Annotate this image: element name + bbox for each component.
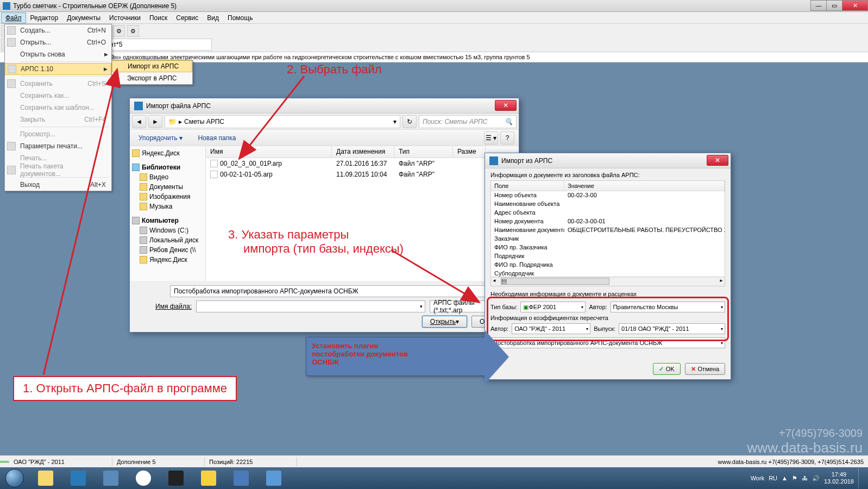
- tray-flag-icon[interactable]: ⚑: [792, 475, 797, 482]
- tray-lang[interactable]: RU: [769, 475, 777, 481]
- nav-fwd-button[interactable]: ►: [148, 115, 162, 128]
- base-combo[interactable]: ▣ ФЕР 2001: [520, 302, 586, 312]
- import-dialog-titlebar[interactable]: Импорт из АРПС ✕: [485, 153, 731, 168]
- status-cell: ОАО "РЖД" - 2011: [9, 457, 112, 466]
- dialog-titlebar[interactable]: Импорт файла АРПС ✕: [130, 98, 519, 114]
- author2-combo[interactable]: ОАО "РЖД" - 2011: [512, 323, 590, 334]
- menu-preview[interactable]: Просмотр...: [5, 128, 111, 140]
- help-button[interactable]: ?: [500, 131, 514, 145]
- open-button[interactable]: Открыть ▾: [422, 316, 467, 328]
- menu-create[interactable]: Создать...Ctrl+N: [5, 24, 111, 36]
- menu-file[interactable]: Файл: [1, 12, 26, 23]
- taskbar-item[interactable]: [225, 468, 257, 488]
- tray-vol-icon[interactable]: 🔊: [812, 475, 820, 482]
- close-button[interactable]: ✕: [842, 0, 868, 11]
- h-scrollbar[interactable]: !!!: [490, 277, 725, 286]
- tb-icon[interactable]: ⚙: [113, 25, 125, 37]
- maximize-button[interactable]: ▭: [826, 0, 842, 11]
- menu-sources[interactable]: Источники: [105, 12, 145, 23]
- submenu-export[interactable]: Экспорт в АРПС: [112, 72, 192, 84]
- search-input[interactable]: Поиск: Сметы АРПС 🔍: [419, 115, 517, 128]
- windows-orb-icon: [5, 469, 24, 487]
- menu-savetpl[interactable]: Сохранить как шаблон...: [5, 102, 111, 114]
- file-row[interactable]: 00-02-1-01-05.arp 11.09.2015 10:04 Файл …: [206, 169, 519, 180]
- dialog-icon: [134, 102, 143, 110]
- col-field[interactable]: Поле: [491, 181, 564, 191]
- issue-combo[interactable]: 01/18 ОАО "РЖД" - 2011: [619, 323, 725, 334]
- col-value[interactable]: Значение: [564, 181, 725, 191]
- print-icon: [7, 166, 16, 174]
- open-icon: [7, 38, 16, 47]
- tray-net-icon[interactable]: 🖧: [802, 475, 808, 481]
- tray-clock[interactable]: 17:4913.02.2018: [824, 471, 854, 485]
- dialog-close-button[interactable]: ✕: [707, 155, 728, 166]
- file-icon: [210, 160, 218, 167]
- issue-label: Выпуск:: [594, 325, 615, 332]
- col-type[interactable]: Тип: [394, 146, 453, 158]
- taskbar: Work RU ▲ ⚑ 🖧 🔊 17:4913.02.2018: [0, 467, 868, 489]
- taskbar-item[interactable]: [257, 468, 290, 488]
- submenu-import[interactable]: Импорт из АРПС: [112, 60, 192, 72]
- taskbar-item[interactable]: [192, 468, 225, 488]
- col-name[interactable]: Имя: [206, 146, 332, 158]
- col-date[interactable]: Дата изменения: [332, 146, 394, 158]
- menu-printpkg[interactable]: Печать пакета документов...: [5, 164, 111, 176]
- postproc-combo2[interactable]: Постобработка импортированного АРПС-доку…: [490, 337, 725, 348]
- arps-icon: [8, 65, 16, 73]
- taskbar-item[interactable]: [29, 468, 62, 488]
- blue-callout-arrow: Установить плагин постобработки документ…: [306, 337, 485, 376]
- section-label: Необходимая информация о документе и рас…: [485, 286, 731, 299]
- menu-help[interactable]: Помощь: [223, 12, 257, 23]
- status-cell: Позиций: 22215: [205, 457, 297, 466]
- menu-documents[interactable]: Документы: [62, 12, 105, 23]
- menu-save[interactable]: СохранитьCtrl+S: [5, 78, 111, 90]
- taskbar-item[interactable]: [127, 468, 160, 488]
- menu-view[interactable]: Вид: [203, 12, 223, 23]
- taskbar-item[interactable]: [160, 468, 192, 488]
- postproc-combo[interactable]: Постобработка импортированного АРПС-доку…: [170, 285, 511, 297]
- titlebar: Турбо сметчик - Строительные ОЕРЖ (Допол…: [0, 0, 868, 12]
- folder-tree[interactable]: Яндекс.Диск Библиотеки Видео Документы И…: [130, 146, 206, 281]
- save-icon: [7, 79, 16, 88]
- arps-submenu: Импорт из АРПС Экспорт в АРПС: [111, 60, 193, 85]
- file-row[interactable]: 00_02_3_00_01P.arp 27.01.2016 16:37 Файл…: [206, 158, 519, 169]
- path-box[interactable]: 📁 ▸ Сметы АРПС ▾: [165, 115, 400, 128]
- tb-icon[interactable]: ⚙: [127, 25, 139, 37]
- show-desktop-button[interactable]: [858, 468, 864, 488]
- menu-exit[interactable]: ВыходAlt+X: [5, 179, 111, 191]
- dialog-close-button[interactable]: ✕: [495, 100, 517, 111]
- menu-saveas[interactable]: Сохранить как...: [5, 90, 111, 102]
- menu-editor[interactable]: Редактор: [26, 12, 63, 23]
- refresh-button[interactable]: ↻: [402, 115, 417, 128]
- start-button[interactable]: [0, 467, 29, 489]
- organize-button[interactable]: Упорядочить ▾: [134, 133, 187, 143]
- menu-arps[interactable]: АРПС 1.10▶: [5, 63, 111, 75]
- import-dialog: Импорт из АРПС ✕ Информация о документе …: [485, 153, 731, 380]
- dialog-title: Импорт файла АРПС: [146, 102, 211, 110]
- filename-input[interactable]: [196, 300, 425, 312]
- tray-up-icon[interactable]: ▲: [782, 475, 788, 481]
- menu-reopen[interactable]: Открыть снова▶: [5, 48, 111, 60]
- tray-work[interactable]: Work: [751, 475, 764, 481]
- menu-pageparams[interactable]: Параметры печати...: [5, 140, 111, 152]
- file-list[interactable]: Имя Дата изменения Тип Разме 00_02_3_00_…: [206, 146, 519, 281]
- new-icon: [7, 26, 16, 35]
- taskbar-item[interactable]: [62, 468, 95, 488]
- menu-search[interactable]: Поиск: [145, 12, 172, 23]
- newfolder-button[interactable]: Новая папка: [193, 133, 240, 143]
- page-icon: [7, 142, 16, 151]
- cancel-button[interactable]: ✕ Отмена: [685, 363, 725, 375]
- menu-open[interactable]: Открыть...Ctrl+O: [5, 36, 111, 48]
- author-label: Автор:: [589, 304, 607, 310]
- view-button[interactable]: ☰ ▾: [484, 131, 498, 145]
- taskbar-item[interactable]: [95, 468, 127, 488]
- menu-close[interactable]: ЗакрытьCtrl+F4: [5, 114, 111, 126]
- minimize-button[interactable]: —: [810, 0, 827, 11]
- base-label: Тип базы:: [490, 304, 517, 310]
- file-menu-dropdown: Создать...Ctrl+N Открыть...Ctrl+O Открыт…: [4, 24, 112, 191]
- ok-button[interactable]: ✓ OK: [653, 363, 681, 375]
- author-combo[interactable]: Правительство Москвы: [611, 302, 725, 312]
- col-size[interactable]: Разме: [453, 146, 486, 158]
- nav-back-button[interactable]: ◄: [132, 115, 146, 128]
- menu-service[interactable]: Сервис: [172, 12, 203, 23]
